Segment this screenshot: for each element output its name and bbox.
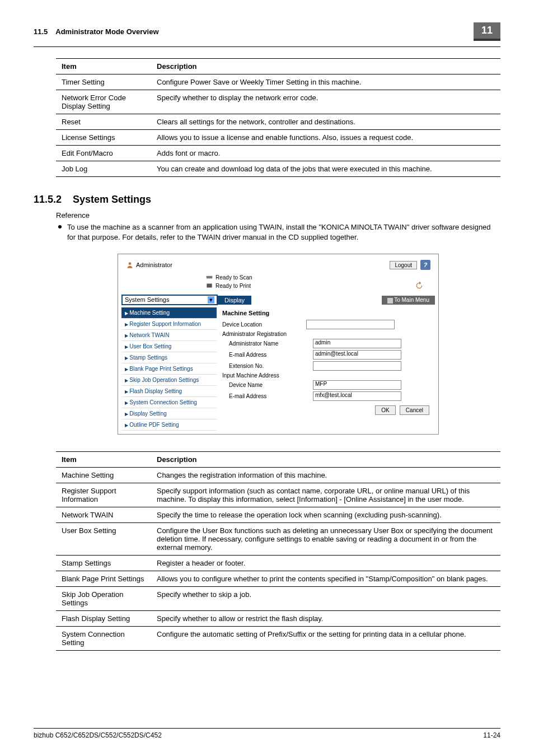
- table-cell: Configure the automatic setting of Prefi…: [151, 627, 500, 651]
- table-cell: Machine Setting: [56, 468, 151, 483]
- field-label: Administrator Name: [222, 340, 313, 347]
- field-group-label: Input Machine Address: [222, 372, 306, 379]
- category-select[interactable]: System Settings▾: [121, 295, 218, 305]
- printer-icon: [205, 282, 213, 290]
- chevron-down-icon: ▾: [208, 296, 214, 304]
- text-input[interactable]: MFP: [313, 380, 401, 390]
- table-cell: You can create and download log data of …: [151, 161, 500, 177]
- text-input[interactable]: [313, 361, 401, 371]
- sidebar-item[interactable]: Network TWAIN: [121, 330, 217, 341]
- sidebar-item[interactable]: Blank Page Print Settings: [121, 363, 217, 375]
- table-cell: Configure Power Save or Weekly Timer Set…: [151, 74, 500, 90]
- ok-button[interactable]: OK: [375, 405, 395, 415]
- text-input[interactable]: mfx@test.local: [313, 391, 401, 401]
- sidebar-item[interactable]: User Box Setting: [121, 341, 217, 352]
- chapter-tab: 11: [474, 22, 500, 41]
- settings-table-2: ItemDescription Machine SettingChanges t…: [56, 451, 500, 651]
- status-area: Ready to Scan Ready to Print: [121, 272, 435, 295]
- text-input[interactable]: admin: [313, 339, 401, 348]
- table-cell: Timer Setting: [56, 74, 151, 90]
- sidebar-item[interactable]: Flash Display Setting: [121, 386, 217, 397]
- table-cell: User Box Setting: [56, 523, 151, 556]
- table-cell: Register Support Information: [56, 483, 151, 507]
- table-cell: Specify support information (such as con…: [151, 483, 500, 507]
- table-cell: Register a header or footer.: [151, 556, 500, 571]
- sidebar-item[interactable]: Skip Job Operation Settings: [121, 375, 217, 386]
- screenshot: Administrator Logout ? Ready to Scan Rea…: [118, 254, 439, 435]
- table-cell: Edit Font/Macro: [56, 146, 151, 161]
- settings-table-1: ItemDescription Timer SettingConfigure P…: [56, 58, 500, 177]
- table-cell: Job Log: [56, 161, 151, 177]
- section-heading: 11.5.2 System Settings: [34, 194, 500, 206]
- table-cell: Specify whether to skip a job.: [151, 587, 500, 611]
- table-cell: Adds font or macro.: [151, 146, 500, 161]
- reference-label: Reference: [56, 211, 500, 220]
- field-label: Extension No.: [222, 363, 313, 369]
- table-cell: System Connection Setting: [56, 627, 151, 651]
- field-group-label: Administrator Registration: [222, 331, 306, 337]
- field-label: Device Location: [222, 321, 306, 328]
- display-button[interactable]: Display: [218, 296, 251, 305]
- text-input[interactable]: admin@test.local: [313, 350, 401, 360]
- scanner-icon: [205, 273, 213, 281]
- table-cell: Changes the registration information of …: [151, 468, 500, 483]
- logout-button[interactable]: Logout: [390, 261, 417, 269]
- table-cell: Stamp Settings: [56, 556, 151, 571]
- table-cell: Allows you to configure whether to print…: [151, 571, 500, 587]
- table-cell: Skip Job Operation Settings: [56, 587, 151, 611]
- sidebar-item[interactable]: Stamp Settings: [121, 352, 217, 363]
- table-cell: Reset: [56, 114, 151, 130]
- text-input[interactable]: [306, 320, 395, 329]
- user-icon: [126, 261, 134, 269]
- header-section: 11.5 Administrator Mode Overview: [34, 27, 159, 36]
- table-cell: Allows you to issue a license and enable…: [151, 130, 500, 146]
- panel-title: Machine Setting: [222, 310, 429, 316]
- table-cell: Specify whether to allow or restrict the…: [151, 611, 500, 627]
- svg-rect-3: [387, 298, 393, 304]
- sidebar-nav: Machine SettingRegister Support Informat…: [121, 307, 217, 431]
- table-cell: Specify the time to release the operatio…: [151, 507, 500, 523]
- cancel-button[interactable]: Cancel: [400, 405, 429, 415]
- field-label: E-mail Address: [222, 393, 313, 399]
- table-cell: Blank Page Print Settings: [56, 571, 151, 587]
- menu-icon: [387, 298, 393, 304]
- table-cell: Configure the User Box functions such as…: [151, 523, 500, 556]
- sidebar-item[interactable]: System Connection Setting: [121, 397, 217, 408]
- table-cell: Specify whether to display the network e…: [151, 90, 500, 114]
- to-main-menu-button[interactable]: To Main Menu: [382, 296, 435, 304]
- table-cell: Flash Display Setting: [56, 611, 151, 627]
- svg-point-0: [129, 263, 132, 265]
- sidebar-item[interactable]: Machine Setting: [121, 307, 217, 319]
- field-label: Device Name: [222, 382, 313, 388]
- page-footer: bizhub C652/C652DS/C552/C552DS/C45211-24: [34, 728, 500, 739]
- table-cell: Network TWAIN: [56, 507, 151, 523]
- svg-rect-1: [207, 276, 213, 279]
- help-icon[interactable]: ?: [420, 260, 430, 270]
- sidebar-item[interactable]: Display Setting: [121, 408, 217, 419]
- sidebar-item[interactable]: Outline PDF Setting: [121, 419, 217, 431]
- table-cell: License Settings: [56, 130, 151, 146]
- admin-label: Administrator: [126, 260, 172, 270]
- svg-rect-2: [207, 284, 212, 288]
- reference-bullet: To use the machine as a scanner from an …: [56, 222, 500, 242]
- table-cell: Clears all settings for the network, con…: [151, 114, 500, 130]
- refresh-icon[interactable]: [415, 281, 424, 290]
- table-cell: Network Error Code Display Setting: [56, 90, 151, 114]
- sidebar-item[interactable]: Register Support Information: [121, 319, 217, 330]
- field-label: E-mail Address: [222, 352, 313, 358]
